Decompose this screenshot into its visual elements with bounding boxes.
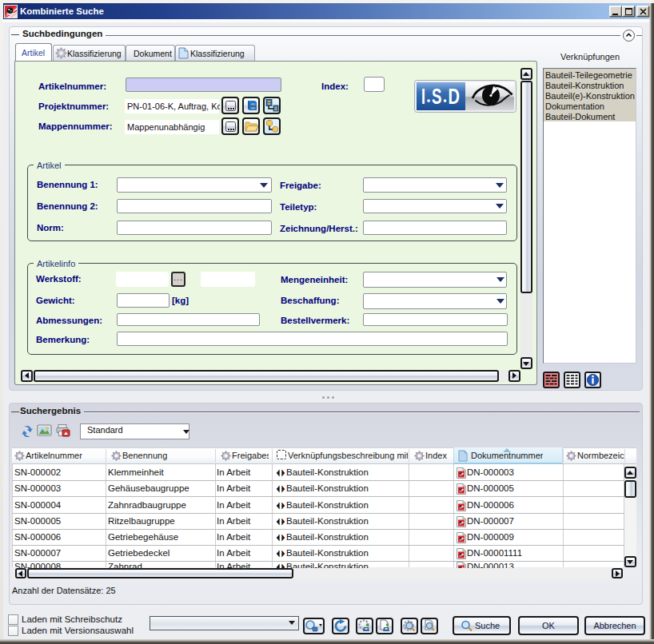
svg-text:D: D: [449, 84, 461, 109]
svg-text:S: S: [432, 84, 442, 109]
svg-text:I: I: [421, 84, 425, 109]
